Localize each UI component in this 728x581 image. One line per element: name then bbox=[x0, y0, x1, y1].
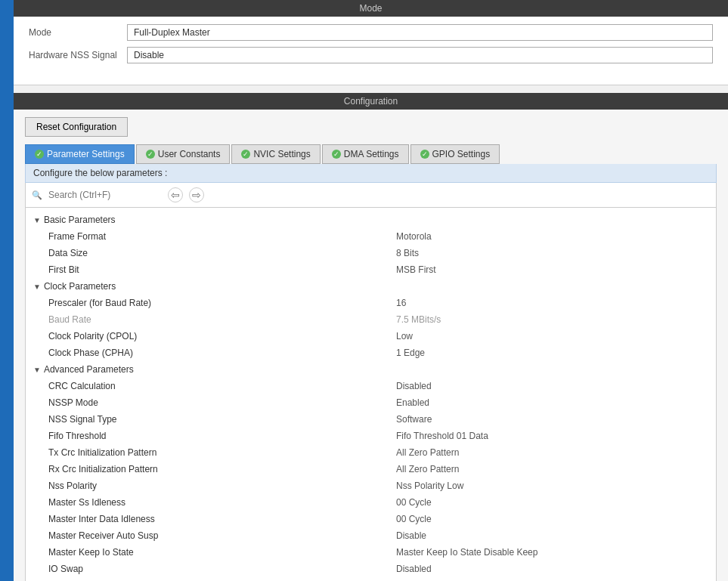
param-row-prescaler: Prescaler (for Baud Rate) 16 bbox=[26, 295, 716, 311]
param-value-master-receiver: Disable bbox=[396, 530, 426, 541]
param-row-master-ss-idleness: Master Ss Idleness 00 Cycle bbox=[26, 494, 716, 511]
param-value-fifo-threshold: Fifo Threshold 01 Data bbox=[396, 431, 488, 441]
tab-label-gpio-settings: GPIO Settings bbox=[432, 149, 491, 159]
left-accent bbox=[0, 0, 14, 581]
tab-check-icon-3: ✓ bbox=[241, 150, 250, 159]
tabs-bar: ✓ Parameter Settings ✓ User Constants ✓ … bbox=[25, 144, 717, 164]
param-row-frame-format: Frame Format Motorola bbox=[26, 228, 716, 245]
param-value-crc-calc: Disabled bbox=[396, 381, 432, 391]
advanced-params-label: Advanced Parameters bbox=[44, 364, 134, 375]
reset-configuration-button[interactable]: Reset Configuration bbox=[25, 117, 128, 137]
tab-label-dma-settings: DMA Settings bbox=[344, 149, 399, 159]
tab-user-constants[interactable]: ✓ User Constants bbox=[136, 144, 231, 164]
param-value-cpol: Low bbox=[396, 331, 413, 341]
tab-check-icon-5: ✓ bbox=[420, 150, 429, 159]
param-row-io-swap: IO Swap Disabled bbox=[26, 561, 716, 577]
param-value-nssp-mode: Enabled bbox=[396, 397, 429, 408]
param-name-master-ss-idleness: Master Ss Idleness bbox=[48, 497, 396, 508]
param-row-data-size: Data Size 8 Bits bbox=[26, 245, 716, 261]
param-name-nss-polarity: Nss Polarity bbox=[48, 481, 396, 491]
search-row: 🔍 ⇦ ⇨ bbox=[25, 183, 717, 208]
tab-gpio-settings[interactable]: ✓ GPIO Settings bbox=[410, 144, 500, 164]
param-name-master-inter-data: Master Inter Data Idleness bbox=[48, 514, 396, 524]
param-value-tx-crc: All Zero Pattern bbox=[396, 447, 459, 458]
mode-top-label: Mode bbox=[359, 3, 382, 14]
param-row-crc-calc: CRC Calculation Disabled bbox=[26, 378, 716, 394]
param-row-nss-signal-type: NSS Signal Type Software bbox=[26, 411, 716, 428]
advanced-params-chevron: ▼ bbox=[33, 366, 41, 374]
param-value-rx-crc: All Zero Pattern bbox=[396, 464, 459, 474]
mode-value: Full-Duplex Master bbox=[127, 24, 713, 41]
param-name-nssp-mode: NSSP Mode bbox=[48, 397, 396, 408]
tab-label-parameter-settings: Parameter Settings bbox=[47, 149, 125, 159]
advanced-params-header[interactable]: ▼ Advanced Parameters bbox=[26, 361, 716, 378]
basic-params-label: Basic Parameters bbox=[44, 215, 116, 225]
param-name-master-keep-io: Master Keep Io State bbox=[48, 547, 396, 558]
tab-dma-settings[interactable]: ✓ DMA Settings bbox=[322, 144, 409, 164]
clock-params-header[interactable]: ▼ Clock Parameters bbox=[26, 278, 716, 295]
tab-check-icon: ✓ bbox=[35, 150, 44, 159]
tab-parameter-settings[interactable]: ✓ Parameter Settings bbox=[25, 144, 135, 164]
prev-result-button[interactable]: ⇦ bbox=[168, 187, 183, 202]
param-value-first-bit: MSB First bbox=[396, 264, 436, 275]
config-header: Configuration bbox=[14, 93, 728, 110]
param-name-cpol: Clock Polarity (CPOL) bbox=[48, 331, 396, 341]
param-row-master-keep-io: Master Keep Io State Master Keep Io Stat… bbox=[26, 544, 716, 561]
configure-bar: Configure the below parameters : bbox=[25, 164, 717, 183]
param-name-baud-rate: Baud Rate bbox=[48, 314, 396, 325]
basic-params-header[interactable]: ▼ Basic Parameters bbox=[26, 212, 716, 228]
param-name-data-size: Data Size bbox=[48, 248, 396, 258]
param-value-master-ss-idleness: 00 Cycle bbox=[396, 497, 432, 508]
param-name-crc-calc: CRC Calculation bbox=[48, 381, 396, 391]
basic-params-rows: Frame Format Motorola Data Size 8 Bits F… bbox=[26, 228, 716, 278]
tab-check-icon-2: ✓ bbox=[146, 150, 155, 159]
param-row-baud-rate: Baud Rate 7.5 MBits/s bbox=[26, 311, 716, 328]
tab-label-user-constants: User Constants bbox=[158, 149, 221, 159]
mode-label: Mode bbox=[29, 27, 127, 38]
nss-row: Hardware NSS Signal Disable bbox=[29, 47, 713, 63]
param-name-first-bit: First Bit bbox=[48, 264, 396, 275]
param-value-io-swap: Disabled bbox=[396, 564, 432, 574]
param-name-rx-crc: Rx Crc Initialization Pattern bbox=[48, 464, 396, 474]
param-row-cpha: Clock Phase (CPHA) 1 Edge bbox=[26, 345, 716, 361]
params-table: ▼ Basic Parameters Frame Format Motorola… bbox=[25, 208, 717, 581]
search-icon: 🔍 bbox=[32, 190, 42, 200]
nss-value: Disable bbox=[127, 47, 713, 63]
param-row-master-receiver: Master Receiver Auto Susp Disable bbox=[26, 527, 716, 544]
search-input[interactable] bbox=[48, 190, 162, 200]
mode-section: Mode Full-Duplex Master Hardware NSS Sig… bbox=[14, 17, 728, 85]
config-header-label: Configuration bbox=[344, 96, 398, 107]
clock-params-label: Clock Parameters bbox=[44, 281, 116, 292]
advanced-params-rows: CRC Calculation Disabled NSSP Mode Enabl… bbox=[26, 378, 716, 577]
param-row-rx-crc: Rx Crc Initialization Pattern All Zero P… bbox=[26, 461, 716, 477]
clock-params-rows: Prescaler (for Baud Rate) 16 Baud Rate 7… bbox=[26, 295, 716, 361]
tab-check-icon-4: ✓ bbox=[332, 150, 341, 159]
tab-label-nvic-settings: NVIC Settings bbox=[253, 149, 310, 159]
param-row-nssp-mode: NSSP Mode Enabled bbox=[26, 394, 716, 411]
param-row-fifo-threshold: Fifo Threshold Fifo Threshold 01 Data bbox=[26, 428, 716, 444]
param-value-cpha: 1 Edge bbox=[396, 348, 425, 358]
param-value-data-size: 8 Bits bbox=[396, 248, 419, 258]
configure-bar-text: Configure the below parameters : bbox=[33, 168, 167, 178]
tab-nvic-settings[interactable]: ✓ NVIC Settings bbox=[231, 144, 320, 164]
param-name-cpha: Clock Phase (CPHA) bbox=[48, 348, 396, 358]
config-section: Reset Configuration ✓ Parameter Settings… bbox=[14, 110, 728, 581]
next-result-button[interactable]: ⇨ bbox=[189, 187, 204, 202]
param-value-frame-format: Motorola bbox=[396, 231, 432, 242]
param-value-nss-polarity: Nss Polarity Low bbox=[396, 481, 463, 491]
param-value-nss-signal-type: Software bbox=[396, 414, 432, 425]
nss-label: Hardware NSS Signal bbox=[29, 50, 127, 60]
param-name-fifo-threshold: Fifo Threshold bbox=[48, 431, 396, 441]
param-row-cpol: Clock Polarity (CPOL) Low bbox=[26, 328, 716, 345]
param-name-master-receiver: Master Receiver Auto Susp bbox=[48, 530, 396, 541]
param-row-first-bit: First Bit MSB First bbox=[26, 261, 716, 278]
mode-row: Mode Full-Duplex Master bbox=[29, 24, 713, 41]
param-name-io-swap: IO Swap bbox=[48, 564, 396, 574]
param-row-nss-polarity: Nss Polarity Nss Polarity Low bbox=[26, 477, 716, 494]
param-name-nss-signal-type: NSS Signal Type bbox=[48, 414, 396, 425]
param-name-tx-crc: Tx Crc Initialization Pattern bbox=[48, 447, 396, 458]
param-name-prescaler: Prescaler (for Baud Rate) bbox=[48, 298, 396, 308]
param-row-tx-crc: Tx Crc Initialization Pattern All Zero P… bbox=[26, 444, 716, 461]
param-name-frame-format: Frame Format bbox=[48, 231, 396, 242]
clock-params-chevron: ▼ bbox=[33, 283, 41, 291]
